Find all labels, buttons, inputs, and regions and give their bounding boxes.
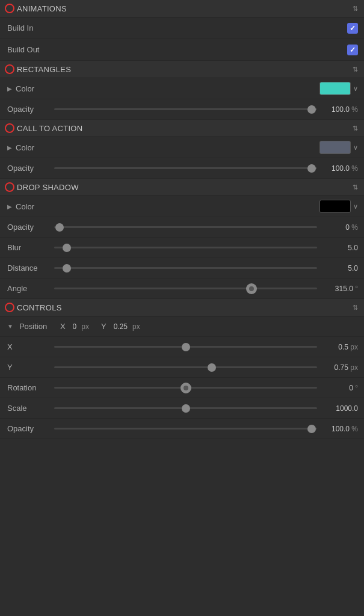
dropshadow-angle-slider[interactable] [54,288,317,289]
controls-section-header[interactable]: CONTROLS ⇅ [0,299,364,316]
controls-opacity-label: Opacity [7,424,49,433]
controls-rotation-thumb[interactable] [180,383,191,393]
controls-y-value: 0.75 px [322,363,358,372]
cta-expand-icon[interactable]: ⇅ [353,125,358,132]
controls-position-x-unit: px [81,322,89,331]
controls-position-label: Position [19,322,55,331]
dropshadow-angle-row: Angle 315.0 ° [0,279,364,299]
controls-opacity-thumb[interactable] [307,425,316,433]
dropshadow-color-dropdown-icon[interactable]: ∨ [353,203,358,211]
dropshadow-distance-slider[interactable] [54,267,317,269]
dropshadow-blur-slider[interactable] [54,247,317,248]
animations-section-header[interactable]: ANIMATIONS ⇅ [0,0,364,17]
dropshadow-opacity-row: Opacity 0 % [0,217,364,238]
controls-scale-slider[interactable] [54,407,317,409]
rectangles-expand-icon[interactable]: ⇅ [353,66,358,73]
controls-x-value: 0.5 px [322,343,358,351]
rectangles-opacity-thumb[interactable] [307,105,316,114]
dropshadow-blur-thumb[interactable] [63,244,71,252]
rectangles-color-row: ▶ Color ∨ [0,78,364,99]
controls-rotation-row: Rotation 0 ° [0,378,364,398]
cta-color-label: Color [16,143,319,152]
rectangles-title: RECTANGLES [17,65,71,74]
controls-scale-row: Scale 1000.0 [0,398,364,419]
build-out-checkbox[interactable] [347,45,358,55]
controls-position-x-label: X [60,322,66,331]
controls-expand-icon[interactable]: ⇅ [353,304,358,312]
controls-y-thumb[interactable] [208,363,216,372]
cta-opacity-slider[interactable] [54,167,317,169]
controls-position-y-value: 0.25 [114,322,128,331]
controls-rotation-value: 0 ° [322,384,358,392]
dropshadow-distance-row: Distance 5.0 [0,258,364,279]
controls-x-slider[interactable] [54,346,317,348]
dropshadow-opacity-value: 0 % [322,223,358,232]
controls-rotation-label: Rotation [7,383,49,392]
rectangles-opacity-slider[interactable] [54,108,317,110]
rectangles-color-dropdown-icon[interactable]: ∨ [353,85,358,93]
controls-scale-value: 1000.0 [322,404,358,413]
cta-opacity-label: Opacity [7,164,49,173]
controls-x-thumb[interactable] [182,343,190,351]
controls-y-row: Y 0.75 px [0,357,364,378]
controls-position-arrow[interactable]: ▼ [7,323,13,330]
controls-opacity-slider[interactable] [54,428,317,430]
dropshadow-distance-value: 5.0 [322,264,358,273]
cta-opacity-thumb[interactable] [307,164,316,173]
animations-title: ANIMATIONS [17,4,67,13]
controls-indicator [5,303,14,312]
dropshadow-color-row: ▶ Color ∨ [0,196,364,217]
dropshadow-blur-label: Blur [7,243,49,252]
build-in-row: Build In [0,17,364,39]
controls-rotation-slider[interactable] [54,387,317,389]
animations-expand-icon[interactable]: ⇅ [353,5,358,13]
dropshadow-color-arrow[interactable]: ▶ [7,203,12,210]
controls-scale-thumb[interactable] [182,404,190,413]
dropshadow-opacity-slider[interactable] [54,226,317,228]
dropshadow-expand-icon[interactable]: ⇅ [353,183,358,191]
controls-title: CONTROLS [17,303,62,312]
build-in-checkbox[interactable] [347,23,358,34]
controls-y-slider[interactable] [54,366,317,368]
dropshadow-color-swatch[interactable] [319,200,351,213]
cta-color-swatch[interactable] [319,141,351,154]
controls-position-y-label: Y [101,322,106,331]
dropshadow-blur-row: Blur 5.0 [0,238,364,258]
controls-x-label: X [7,342,49,351]
controls-position-y-unit: px [132,322,140,331]
properties-panel: ANIMATIONS ⇅ Build In Build Out RECTANGL… [0,0,364,439]
cta-color-arrow[interactable]: ▶ [7,144,12,151]
rectangles-opacity-row: Opacity 100.0 % [0,99,364,120]
cta-color-dropdown-icon[interactable]: ∨ [353,144,358,152]
dropshadow-title: DROP SHADOW [17,183,79,192]
dropshadow-distance-label: Distance [7,263,49,273]
controls-y-label: Y [7,363,49,372]
controls-x-row: X 0.5 px [0,337,364,357]
dropshadow-distance-thumb[interactable] [63,264,71,273]
dropshadow-section-header[interactable]: DROP SHADOW ⇅ [0,179,364,196]
build-out-row: Build Out [0,39,364,61]
dropshadow-opacity-thumb[interactable] [55,223,64,232]
rectangles-indicator [5,64,14,74]
build-out-label: Build Out [7,45,55,54]
dropshadow-angle-value: 315.0 ° [322,285,358,293]
dropshadow-opacity-label: Opacity [7,223,49,232]
dropshadow-angle-thumb[interactable] [246,283,257,294]
controls-opacity-row: Opacity 100.0 % [0,419,364,439]
controls-scale-label: Scale [7,404,49,413]
controls-position-row: ▼ Position X 0 px Y 0.25 px [0,316,364,337]
rectangles-color-label: Color [16,84,319,93]
cta-opacity-value: 100.0 % [322,164,358,173]
controls-position-x-value: 0 [73,322,77,331]
cta-title: CALL TO ACTION [17,124,82,133]
rectangles-color-arrow[interactable]: ▶ [7,85,12,92]
build-in-label: Build In [7,23,55,32]
rectangles-opacity-label: Opacity [7,105,49,114]
cta-section-header[interactable]: CALL TO ACTION ⇅ [0,120,364,137]
cta-indicator [5,123,14,133]
dropshadow-angle-label: Angle [7,284,49,293]
rectangles-section-header[interactable]: RECTANGLES ⇅ [0,61,364,78]
dropshadow-color-label: Color [16,202,319,211]
dropshadow-indicator [5,182,14,192]
rectangles-color-swatch[interactable] [319,82,351,95]
